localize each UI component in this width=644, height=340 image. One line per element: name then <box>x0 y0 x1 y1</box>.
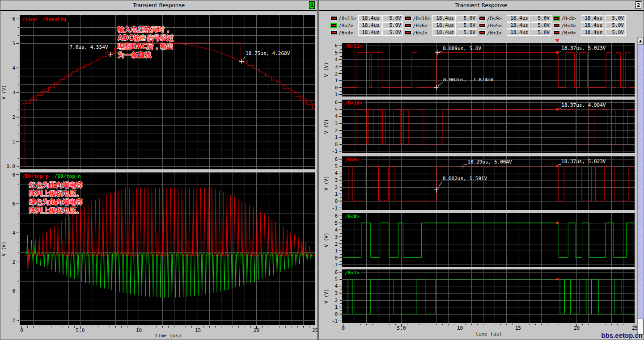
cursor-point-marker <box>556 222 559 224</box>
y-tick-label: 1 <box>335 304 338 310</box>
adc-output-note: 输入电压较高时，ADC输出信号经过理想DAC后，输出为一条直线 <box>118 25 174 59</box>
legend-trace-name[interactable]: /I0/top_p <box>22 173 49 179</box>
y-tick-label: 6 <box>12 201 15 207</box>
cursor-voltage-value[interactable]: 5.0V <box>531 22 551 29</box>
y-tick-label: 3 <box>335 121 338 126</box>
x-tick-label: 10 <box>457 325 463 331</box>
y-tick-label: 2 <box>335 185 338 190</box>
trace-swatch-icon[interactable] <box>405 23 411 28</box>
y-tick-label: 4 <box>12 230 15 236</box>
cursor-voltage-value[interactable]: 5.0V <box>605 29 626 36</box>
legend-trace-name[interactable]: /I0/top_n <box>54 173 81 179</box>
y-tick-label: 2 <box>12 114 15 120</box>
screen: Transient Response 1 6543210.0V (V)/vinp… <box>0 0 644 340</box>
cursor-voltage-value[interactable]: 5.0V <box>531 15 551 21</box>
signal-name: /B<11> <box>339 16 358 21</box>
plot-b10: 6543210-1V (V)/B<10>18.37us, 4.994V <box>323 100 635 154</box>
trace-swatch-icon[interactable] <box>330 16 337 21</box>
y-tick-label: 1 <box>335 134 338 140</box>
cursor-time-value[interactable]: 18.4us <box>358 29 381 36</box>
annotation-text: 10.29us, 5.004V <box>467 159 512 165</box>
trace-swatch-icon[interactable] <box>553 16 560 21</box>
cursor-time-value[interactable]: 18.4us <box>507 29 530 36</box>
annotation-text: 7.6us, 4.554V <box>69 44 108 50</box>
x-tick-label: 25 <box>312 327 318 333</box>
cursor-time-value[interactable]: 18.4us <box>358 22 381 29</box>
legend-entry-b5[interactable]: /B<5>18.4us5.0V <box>479 22 553 29</box>
y-tick-label: 6 <box>12 16 15 22</box>
y-tick-label: 2 <box>335 241 338 247</box>
signal-name: /B<6> <box>413 23 432 29</box>
cursor-time-value[interactable]: 18.4us <box>507 15 530 21</box>
trace-swatch-icon[interactable] <box>330 30 337 35</box>
x-tick-label: 15 <box>195 327 201 333</box>
legend-entry-b6[interactable]: /B<6>18.4us5.0V <box>405 22 479 29</box>
trace-swatch-icon[interactable] <box>405 16 411 21</box>
legend-entry-b11[interactable]: /B<11>18.4us5.0V <box>330 15 405 21</box>
annotation-text: 18.37us, 4.994V <box>561 102 606 108</box>
legend-entry-b0[interactable]: /B<0>18.4us5.0V <box>553 29 627 36</box>
y-tick-label: -1 <box>332 148 338 154</box>
legend-entry-b9[interactable]: /B<9>18.4us5.0V <box>479 15 553 21</box>
x-tick-label: 5.0 <box>397 325 406 331</box>
trace-swatch-icon[interactable] <box>553 23 560 28</box>
trace-swatch-icon[interactable] <box>479 30 486 35</box>
annotation-text: 18.37us, 5.023V <box>561 45 606 51</box>
legend-entry-b7[interactable]: /B<7>18.4us5.0V <box>330 22 405 29</box>
legend-trace-name[interactable]: /vinp <box>22 16 37 22</box>
y-tick-label: 0.0 <box>6 164 15 169</box>
trace-swatch-icon[interactable] <box>330 23 337 28</box>
x-axis-title: time (us) <box>475 331 502 337</box>
y-tick-label: 0 <box>335 85 338 91</box>
cursor-time-value[interactable]: 18.4us <box>581 29 604 36</box>
trace-swatch-icon[interactable] <box>553 30 560 35</box>
signal-name: /B<8> <box>561 16 581 21</box>
cursor-voltage-value[interactable]: 5.0V <box>457 15 477 21</box>
trace-swatch-icon[interactable] <box>479 16 486 21</box>
scroll-up-button[interactable]: ▲ <box>638 38 643 45</box>
trace-swatch-icon[interactable] <box>405 30 411 35</box>
cursor-time-value[interactable]: 18.4us <box>507 22 530 29</box>
cursor-voltage-value[interactable]: 5.0V <box>457 29 477 36</box>
x-tick-label: 10 <box>136 327 142 333</box>
y-axis: 6543210-1 <box>332 100 342 154</box>
legend-entry-b4[interactable]: /B<4>18.4us5.0V <box>553 22 627 29</box>
legend-entry-b10[interactable]: /B<10>18.4us5.0V <box>405 15 479 21</box>
cursor-voltage-value[interactable]: 5.0V <box>605 15 626 21</box>
y-tick-label: 4 <box>335 113 338 119</box>
cursor-point-marker <box>556 51 559 54</box>
scrollbar-thumb[interactable] <box>638 45 644 319</box>
cursor-time-value[interactable]: 18.4us <box>432 22 456 29</box>
cursor-time-value[interactable]: 18.4us <box>581 22 604 29</box>
legend-entry-b3[interactable]: /B<3>18.4us5.0V <box>330 29 405 36</box>
cursor-voltage-value[interactable]: 5.0V <box>531 29 551 36</box>
legend-entry-b8[interactable]: /B<8>18.4us5.0V <box>553 15 627 21</box>
cursor-time-value[interactable]: 18.4us <box>432 15 456 21</box>
cursor-point-marker <box>556 278 559 280</box>
cursor-voltage-value[interactable]: 5.0V <box>382 15 403 21</box>
y-tick-label: 3 <box>335 290 338 296</box>
plot-b7: 6543210-1V (V)/B<7> <box>323 269 635 324</box>
legend-entry-b1[interactable]: /B<1>18.4us5.0V <box>479 29 553 36</box>
y-tick-label: 0 <box>335 198 338 204</box>
cursor-voltage-value[interactable]: 5.0V <box>605 22 626 29</box>
cursor-voltage-value[interactable]: 5.0V <box>382 29 403 36</box>
cursor-voltage-value[interactable]: 5.0V <box>457 22 477 29</box>
cursor-annotation <box>556 278 559 280</box>
vertical-scrollbar[interactable]: ▲ <box>637 37 644 335</box>
time-cursor-triangle[interactable] <box>555 39 559 42</box>
legend-trace-name[interactable]: /Vanalog <box>42 16 66 22</box>
cursor-voltage-value[interactable]: 5.0V <box>382 22 403 29</box>
cursor-time-value[interactable]: 18.4us <box>581 15 604 21</box>
right-plots-canvas[interactable]: 6543210-1V (V)/B<11>8.089us, 5.0V8.002us… <box>319 0 644 340</box>
legend-entry-b2[interactable]: /B<2>18.4us5.0V <box>405 29 479 36</box>
y-tick-label: -1 <box>332 262 338 268</box>
y-axis-title: V (V) <box>323 176 329 190</box>
trace-swatch-icon[interactable] <box>479 23 486 28</box>
watermark: bbs.eetop.cn <box>601 332 643 339</box>
cursor-time-value[interactable]: 18.4us <box>358 15 381 21</box>
x-tick-label: 15 <box>515 325 521 331</box>
y-tick-label: 4 <box>335 57 338 63</box>
cursor-time-value[interactable]: 18.4us <box>432 29 456 36</box>
y-axis: 6543210-1 <box>332 43 342 97</box>
